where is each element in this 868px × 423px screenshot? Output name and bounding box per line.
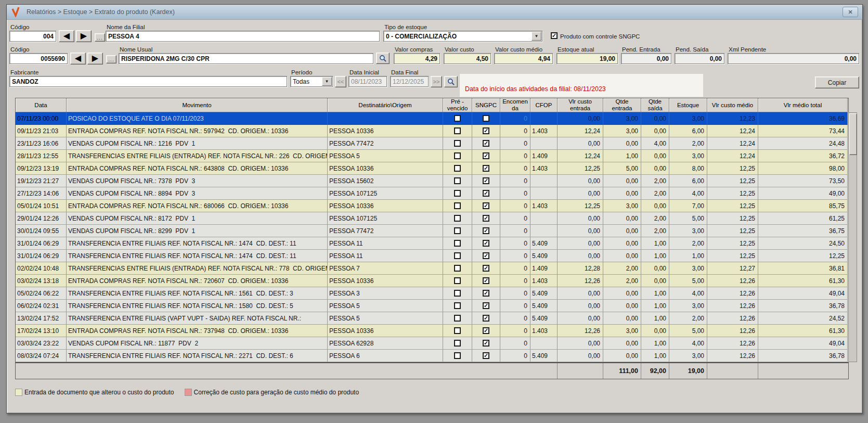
sngpc-checkbox[interactable]: ✓ xyxy=(483,240,489,247)
period-select[interactable]: Todas ▼ xyxy=(290,76,333,87)
table-row[interactable]: 09/12/23 13:19ENTRADA COMPRAS REF. NOTA … xyxy=(16,162,848,175)
pre-vencido-checkbox[interactable] xyxy=(454,290,461,297)
sngpc-checkbox[interactable]: ✓ xyxy=(483,315,489,322)
sngpc-checkbox[interactable]: ✓ xyxy=(483,227,489,234)
sngpc-control-checkbox[interactable]: ✓ xyxy=(551,32,558,39)
sngpc-checkbox[interactable]: ✓ xyxy=(483,215,489,222)
product-prev-button[interactable]: ◀ xyxy=(70,53,86,65)
sngpc-checkbox[interactable]: ✓ xyxy=(483,127,489,134)
pre-vencido-checkbox[interactable] xyxy=(454,127,461,134)
branch-more-button[interactable]: ... xyxy=(95,33,105,42)
pre-vencido-checkbox[interactable] xyxy=(454,315,461,322)
branch-prev-button[interactable]: ◀ xyxy=(59,30,74,42)
table-row[interactable]: 28/11/23 12:55TRANSFERENCIAS ENTRE FILIA… xyxy=(16,150,848,162)
pre-vencido-checkbox[interactable] xyxy=(454,302,461,309)
sngpc-checkbox[interactable]: ✓ xyxy=(483,165,489,172)
column-header-cfop[interactable]: CFOP xyxy=(530,98,558,112)
scrollbar-thumb[interactable] xyxy=(849,113,857,155)
table-row[interactable]: 27/12/23 14:06VENDAS CUPOM FISCAL NR.: 8… xyxy=(16,187,848,200)
pre-vencido-checkbox[interactable] xyxy=(454,140,461,147)
sngpc-checkbox[interactable] xyxy=(483,115,489,122)
period-search-button[interactable] xyxy=(444,76,458,87)
column-header-qtde-entrada[interactable]: Qtde entrada xyxy=(603,98,641,112)
column-header-pre-vencido[interactable]: Pré - vencido xyxy=(443,98,472,112)
product-code-input[interactable]: 0055690 xyxy=(9,53,68,64)
product-name-input[interactable]: RISPERIDONA 2MG C/30 CPR xyxy=(119,53,373,64)
table-row[interactable]: 06/02/24 02:31TRANSFERENCIA ENTRE FILIAI… xyxy=(16,300,848,312)
manufacturer-input[interactable]: SANDOZ xyxy=(9,76,287,87)
pre-vencido-checkbox[interactable] xyxy=(454,340,461,347)
chevron-down-icon[interactable]: ▼ xyxy=(322,77,332,86)
table-row[interactable]: 08/03/24 07:24TRANSFERENCIA ENTRE FILIAI… xyxy=(16,350,848,362)
table-row[interactable]: 13/02/24 17:52TRANSFERENCIA ENTRE FILIAI… xyxy=(16,312,848,325)
table-row[interactable]: 05/02/24 06:22TRANSFERENCIA ENTRE FILIAI… xyxy=(16,287,848,300)
table-row[interactable]: 31/01/24 06:29TRANSFERENCIA ENTRE FILIAI… xyxy=(16,250,848,262)
product-next-button[interactable]: ▶ xyxy=(87,53,103,65)
table-row[interactable]: 02/02/24 10:48TRANSFERENCIAS ENTRE FILIA… xyxy=(16,262,848,275)
table-row[interactable]: 23/11/23 16:06VENDAS CUPOM FISCAL NR.: 1… xyxy=(16,137,848,150)
sngpc-checkbox[interactable]: ✓ xyxy=(483,152,489,159)
table-row[interactable]: 03/02/24 13:18ENTRADA COMPRAS REF. NOTA … xyxy=(16,275,848,287)
branch-code-input[interactable]: 004 xyxy=(9,31,56,42)
sngpc-checkbox[interactable]: ✓ xyxy=(483,327,489,334)
pre-vencido-checkbox[interactable] xyxy=(454,165,461,172)
pre-vencido-checkbox[interactable] xyxy=(454,265,461,272)
cell-qtde-entrada: 3,00 xyxy=(603,325,641,337)
branch-name-input[interactable]: PESSOA 4 xyxy=(106,31,380,42)
period-forward-button[interactable]: >> xyxy=(431,76,442,87)
column-header-movimento[interactable]: Movimento xyxy=(67,98,328,112)
sngpc-checkbox[interactable]: ✓ xyxy=(483,290,489,297)
product-search-button[interactable] xyxy=(376,53,390,64)
pre-vencido-checkbox[interactable] xyxy=(454,227,461,234)
table-row[interactable]: 03/03/24 23:22VENDAS CUPOM FISCAL NR.: 1… xyxy=(16,337,848,350)
table-row[interactable]: 19/12/23 21:27VENDAS CUPOM FISCAL NR.: 7… xyxy=(16,175,848,187)
column-header-encomenda[interactable]: Encomen da xyxy=(500,98,530,112)
sngpc-checkbox[interactable]: ✓ xyxy=(483,340,489,347)
date-end-input[interactable]: 12/12/2025 xyxy=(390,76,429,87)
table-row[interactable]: 17/02/24 13:10ENTRADA COMPRAS REF. NOTA … xyxy=(16,325,848,337)
sngpc-checkbox[interactable]: ✓ xyxy=(483,252,489,259)
sngpc-checkbox[interactable]: ✓ xyxy=(483,352,489,359)
column-header-qtde-saida[interactable]: Qtde saída xyxy=(641,98,669,112)
table-row[interactable]: 30/01/24 09:55VENDAS CUPOM FISCAL NR.: 8… xyxy=(16,225,848,237)
date-start-input[interactable]: 08/11/2023 xyxy=(348,76,387,87)
table-row[interactable]: 29/01/24 12:26VENDAS CUPOM FISCAL NR.: 8… xyxy=(16,212,848,225)
sngpc-checkbox[interactable]: ✓ xyxy=(483,265,489,272)
sngpc-checkbox[interactable]: ✓ xyxy=(483,302,489,309)
column-header-data[interactable]: Data xyxy=(16,98,67,112)
pre-vencido-checkbox[interactable] xyxy=(454,240,461,247)
sngpc-checkbox[interactable]: ✓ xyxy=(483,190,489,197)
copy-button[interactable]: Copiar xyxy=(815,76,859,88)
column-header-estoque[interactable]: Estoque xyxy=(669,98,707,112)
column-header-vlr-custo-medio[interactable]: Vlr custo médio xyxy=(707,98,758,112)
product-more-button[interactable]: ... xyxy=(106,55,116,63)
sngpc-checkbox[interactable]: ✓ xyxy=(483,177,489,184)
pre-vencido-checkbox[interactable] xyxy=(454,190,461,197)
chevron-down-icon[interactable]: ▼ xyxy=(532,32,541,41)
pre-vencido-checkbox[interactable] xyxy=(454,215,461,222)
table-row[interactable]: 05/01/24 10:51ENTRADA COMPRAS REF. NOTA … xyxy=(16,200,848,212)
pre-vencido-checkbox[interactable] xyxy=(454,352,461,359)
sngpc-checkbox[interactable]: ✓ xyxy=(483,277,489,284)
close-button[interactable]: ✕ xyxy=(843,7,858,17)
pre-vencido-checkbox[interactable] xyxy=(454,252,461,259)
pre-vencido-checkbox[interactable] xyxy=(454,277,461,284)
column-header-vlr-custo-entrada[interactable]: Vlr custo entrada xyxy=(558,98,603,112)
column-header-destinatario-origem[interactable]: Destinatário\Origem xyxy=(328,98,443,112)
period-back-button[interactable]: << xyxy=(335,76,346,87)
table-row[interactable]: 07/11/23 00:00POSICAO DO ESTOQUE ATE O D… xyxy=(16,112,848,125)
pre-vencido-checkbox[interactable] xyxy=(454,177,461,184)
stock-type-select[interactable]: 0 - COMERCIALIZAÇÃO ▼ xyxy=(383,31,542,42)
table-row[interactable]: 31/01/24 06:29TRANSFERENCIA ENTRE FILIAI… xyxy=(16,237,848,250)
vertical-scrollbar[interactable] xyxy=(848,112,857,362)
pre-vencido-checkbox[interactable] xyxy=(454,202,461,209)
column-header-sngpc[interactable]: SNGPC xyxy=(472,98,500,112)
sngpc-checkbox[interactable]: ✓ xyxy=(483,140,489,147)
pre-vencido-checkbox[interactable] xyxy=(454,152,461,159)
pre-vencido-checkbox[interactable] xyxy=(454,327,461,334)
sngpc-checkbox[interactable]: ✓ xyxy=(483,202,489,209)
column-header-vlr-medio-total[interactable]: Vlr médio total xyxy=(758,98,848,112)
pre-vencido-checkbox[interactable] xyxy=(454,115,461,122)
table-row[interactable]: 09/11/23 21:03ENTRADA COMPRAS REF. NOTA … xyxy=(16,125,848,137)
branch-next-button[interactable]: ▶ xyxy=(76,30,92,42)
